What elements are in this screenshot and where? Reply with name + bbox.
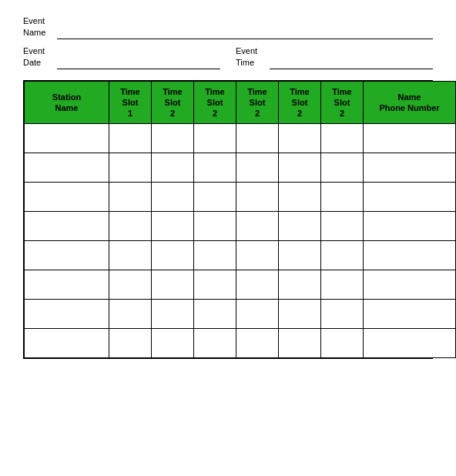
table-cell[interactable]: [109, 212, 152, 241]
table-cell[interactable]: [25, 300, 109, 329]
table-cell[interactable]: [321, 153, 364, 183]
event-date-field[interactable]: [57, 55, 220, 69]
table-cell[interactable]: [152, 153, 194, 183]
table-cell[interactable]: [109, 241, 152, 270]
schedule-table: StationName TimeSlot1 TimeSlot2 TimeSlot…: [24, 81, 456, 359]
header-station: StationName: [25, 81, 109, 124]
header-timeslot-1: TimeSlot1: [109, 81, 152, 124]
table-cell[interactable]: [236, 270, 279, 300]
table-cell[interactable]: [364, 212, 456, 241]
table-cell[interactable]: [279, 241, 321, 270]
table-cell[interactable]: [236, 300, 279, 329]
table-cell[interactable]: [236, 212, 279, 241]
event-date-label: EventDate: [23, 45, 54, 69]
table-cell[interactable]: [109, 183, 152, 212]
table-row: [25, 124, 456, 153]
table-cell[interactable]: [194, 270, 236, 300]
table-cell[interactable]: [279, 124, 321, 153]
table-cell[interactable]: [152, 270, 194, 300]
table-cell[interactable]: [152, 183, 194, 212]
event-time-field[interactable]: [270, 55, 433, 69]
table-row: [25, 241, 456, 270]
table-cell[interactable]: [364, 241, 456, 270]
table-cell[interactable]: [194, 300, 236, 329]
table-cell[interactable]: [25, 124, 109, 153]
table-cell[interactable]: [364, 153, 456, 183]
table-cell[interactable]: [109, 329, 152, 358]
table-row: [25, 183, 456, 212]
event-name-label: EventName: [23, 15, 54, 39]
header-timeslot-2: TimeSlot2: [152, 81, 194, 124]
table-cell[interactable]: [194, 183, 236, 212]
table-cell[interactable]: [364, 124, 456, 153]
table-cell[interactable]: [25, 212, 109, 241]
table-cell[interactable]: [364, 329, 456, 358]
event-name-row: EventName: [23, 15, 433, 39]
header-timeslot-3: TimeSlot2: [194, 81, 236, 124]
table-cell[interactable]: [279, 183, 321, 212]
table-cell[interactable]: [321, 329, 364, 358]
table-row: [25, 153, 456, 183]
table-cell[interactable]: [236, 124, 279, 153]
table-cell[interactable]: [364, 300, 456, 329]
table-cell[interactable]: [194, 153, 236, 183]
event-name-field[interactable]: [57, 25, 433, 39]
table-cell[interactable]: [279, 153, 321, 183]
table-cell[interactable]: [364, 183, 456, 212]
table-cell[interactable]: [25, 241, 109, 270]
table-cell[interactable]: [152, 212, 194, 241]
event-time-group: EventTime: [236, 45, 433, 69]
table-header-row: StationName TimeSlot1 TimeSlot2 TimeSlot…: [25, 81, 456, 124]
table-cell[interactable]: [236, 183, 279, 212]
header-name-phone: NamePhone Number: [364, 81, 456, 124]
schedule-table-container: StationName TimeSlot1 TimeSlot2 TimeSlot…: [23, 80, 433, 360]
table-cell[interactable]: [279, 270, 321, 300]
table-cell[interactable]: [194, 241, 236, 270]
table-row: [25, 300, 456, 329]
table-cell[interactable]: [321, 270, 364, 300]
table-cell[interactable]: [236, 241, 279, 270]
table-cell[interactable]: [109, 270, 152, 300]
table-cell[interactable]: [236, 153, 279, 183]
header-timeslot-6: TimeSlot2: [321, 81, 364, 124]
table-cell[interactable]: [25, 153, 109, 183]
table-row: [25, 212, 456, 241]
table-cell[interactable]: [321, 183, 364, 212]
table-cell[interactable]: [321, 241, 364, 270]
table-cell[interactable]: [25, 270, 109, 300]
event-date-group: EventDate: [23, 45, 220, 69]
table-cell[interactable]: [152, 300, 194, 329]
table-cell[interactable]: [194, 329, 236, 358]
table-cell[interactable]: [109, 124, 152, 153]
table-cell[interactable]: [152, 241, 194, 270]
table-cell[interactable]: [194, 124, 236, 153]
table-cell[interactable]: [279, 329, 321, 358]
table-cell[interactable]: [109, 300, 152, 329]
table-cell[interactable]: [109, 153, 152, 183]
table-cell[interactable]: [364, 270, 456, 300]
table-cell[interactable]: [194, 212, 236, 241]
table-cell[interactable]: [279, 300, 321, 329]
table-cell[interactable]: [25, 329, 109, 358]
table-cell[interactable]: [321, 124, 364, 153]
table-cell[interactable]: [279, 212, 321, 241]
table-cell[interactable]: [25, 183, 109, 212]
table-cell[interactable]: [152, 329, 194, 358]
event-time-label: EventTime: [236, 45, 267, 69]
table-cell[interactable]: [152, 124, 194, 153]
header-timeslot-4: TimeSlot2: [236, 81, 279, 124]
header-timeslot-5: TimeSlot2: [279, 81, 321, 124]
table-row: [25, 329, 456, 358]
table-cell[interactable]: [321, 212, 364, 241]
table-row: [25, 270, 456, 300]
event-date-time-row: EventDate EventTime: [23, 45, 433, 69]
table-cell[interactable]: [321, 300, 364, 329]
table-cell[interactable]: [236, 329, 279, 358]
